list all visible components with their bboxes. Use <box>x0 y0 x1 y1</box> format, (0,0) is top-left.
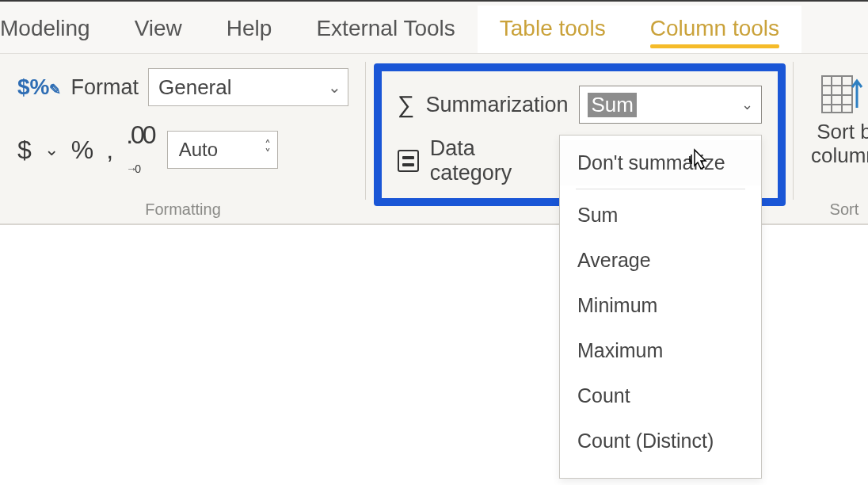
tab-help[interactable]: Help <box>204 6 295 53</box>
dropdown-item-sum[interactable]: Sum <box>560 193 761 238</box>
format-value: General <box>158 75 232 100</box>
dropdown-separator <box>576 189 745 189</box>
tab-external-tools[interactable]: External Tools <box>294 6 477 53</box>
format-label: Format <box>70 75 139 100</box>
group-label-sort: Sort <box>811 193 868 219</box>
currency-button[interactable]: $ <box>17 136 32 165</box>
summarization-dropdown: Don't summarize Sum Average Minimum Maxi… <box>559 135 762 479</box>
dropdown-item-maximum[interactable]: Maximum <box>560 328 761 373</box>
dropdown-item-average[interactable]: Average <box>560 238 761 283</box>
group-sort: Sort b column Sort <box>794 54 868 223</box>
stepper-arrows-icon[interactable]: ˄˅ <box>265 141 271 158</box>
chevron-down-icon: ⌄ <box>328 78 341 97</box>
decimals-stepper[interactable]: Auto ˄˅ <box>167 131 278 169</box>
sort-by-column-icon[interactable] <box>820 73 868 116</box>
ribbon-tabs: Modeling View Help External Tools Table … <box>0 2 868 54</box>
tab-table-tools[interactable]: Table tools <box>478 6 628 53</box>
dropdown-item-count[interactable]: Count <box>560 373 761 418</box>
tab-column-tools[interactable]: Column tools <box>628 6 801 53</box>
dropdown-item-minimum[interactable]: Minimum <box>560 283 761 328</box>
decimals-value: Auto <box>179 139 218 161</box>
chevron-down-icon: ⌄ <box>741 96 753 113</box>
format-icon: $%✎ <box>17 74 61 100</box>
data-category-label: Data category <box>430 136 553 185</box>
dropdown-item-count-distinct[interactable]: Count (Distinct) <box>560 418 761 464</box>
sort-by-column-button[interactable]: Sort b column <box>811 120 868 168</box>
currency-chevron-icon[interactable]: ⌄ <box>44 139 59 160</box>
summarization-select[interactable]: Sum ⌄ <box>579 86 762 124</box>
tab-modeling[interactable]: Modeling <box>0 6 112 53</box>
group-label-formatting: Formatting <box>17 193 348 219</box>
sigma-icon: ∑ <box>398 91 414 118</box>
group-formatting: $%✎ Format General ⌄ $ ⌄ % , .00→0 Auto … <box>0 54 366 223</box>
decimal-adjust-button[interactable]: .00→0 <box>126 120 154 179</box>
summarization-value: Sum <box>588 93 636 117</box>
data-category-icon <box>398 150 419 172</box>
summarization-label: Summarization <box>425 93 568 117</box>
thousands-button[interactable]: , <box>106 136 113 165</box>
dropdown-item-dont-summarize[interactable]: Don't summarize <box>560 140 761 185</box>
format-select[interactable]: General ⌄ <box>148 68 348 106</box>
tab-view[interactable]: View <box>112 6 204 53</box>
percent-button[interactable]: % <box>71 136 93 165</box>
